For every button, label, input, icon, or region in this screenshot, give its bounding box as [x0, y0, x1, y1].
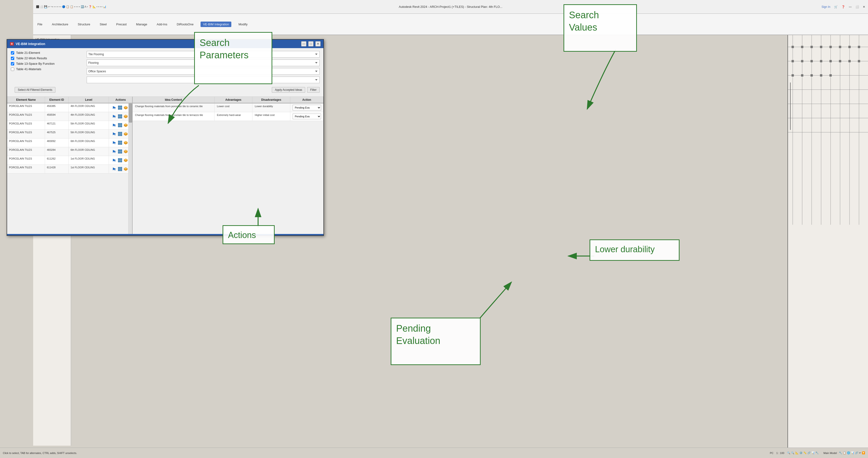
- cube-icon-8[interactable]: [123, 166, 128, 172]
- ve-main-area: Element Name Element ID Level Actions PO…: [7, 96, 323, 234]
- cell-name-3: PORCELAIN TILES: [7, 121, 45, 130]
- svg-rect-67: [118, 150, 120, 151]
- annotation-actions: Actions: [223, 225, 275, 244]
- close-btn[interactable]: ✕: [863, 5, 865, 8]
- tab-file[interactable]: File: [35, 22, 45, 27]
- select-icon-5[interactable]: [112, 140, 117, 145]
- svg-rect-81: [118, 169, 120, 171]
- help-icon: ❓: [841, 5, 845, 8]
- checkbox-table22[interactable]: [11, 57, 14, 60]
- svg-rect-43: [118, 115, 120, 116]
- svg-rect-35: [829, 74, 832, 77]
- annotation-search-values: Search Values: [563, 4, 637, 52]
- ideas-table-row-1: Change flooring materials from porcelain…: [132, 103, 323, 112]
- select-all-button[interactable]: Select All Filtered Elements: [15, 87, 55, 93]
- idea-advantages-2: Extremely hard-wear: [215, 112, 252, 121]
- cell-actions-2: [109, 112, 128, 121]
- dialog-minimize-btn[interactable]: —: [301, 41, 306, 47]
- grid-icon-2[interactable]: [118, 114, 123, 119]
- col-idea-content: Idea Content: [132, 97, 215, 103]
- svg-rect-74: [120, 159, 122, 160]
- revit-icon: R: [10, 42, 14, 46]
- select-icon-8[interactable]: [112, 166, 117, 172]
- grid-icon-8[interactable]: [118, 166, 123, 172]
- cell-level-2: 4th FLOOR CEILING: [69, 112, 109, 121]
- dialog-maximize-btn[interactable]: □: [308, 41, 313, 47]
- col-element-id: Element ID: [45, 97, 69, 103]
- grid-icon-1[interactable]: [118, 105, 123, 110]
- col-disadvantages: Disadvantages: [252, 97, 290, 103]
- cell-id-8: 611428: [45, 165, 69, 173]
- cube-icon-6[interactable]: [123, 149, 128, 154]
- cube-icon-5[interactable]: [123, 140, 128, 145]
- idea-action-cell-1: Pending Eva: [290, 103, 323, 112]
- cell-level-8: 1st FLOOR CEILING: [69, 165, 109, 173]
- checkbox-table13[interactable]: [11, 62, 14, 65]
- checkbox-table41[interactable]: [11, 67, 14, 71]
- cell-level-1: 4th FLOOR CEILING: [69, 103, 109, 112]
- tab-architecture[interactable]: Architecture: [50, 22, 70, 27]
- cube-icon-4[interactable]: [123, 131, 128, 137]
- svg-rect-51: [118, 125, 120, 127]
- revit-titlebar: ⬛ ⬜ 💾 ↩ ↪ • • • • • 🔵 📋 📋 • • • • 🔤 A • …: [33, 0, 868, 14]
- checkbox-label-2: Table 22-Work Results: [16, 56, 47, 60]
- grid-icon-7[interactable]: [118, 158, 123, 163]
- tab-vebim[interactable]: VE-BIM Integration: [200, 22, 231, 27]
- tab-modify[interactable]: Modify: [236, 22, 250, 27]
- annotation-search-parameters: Search Parameters: [194, 32, 272, 84]
- cube-icon-1[interactable]: [123, 105, 128, 110]
- idea-advantages-1: Lower cost: [215, 103, 252, 112]
- svg-rect-61: [118, 141, 120, 142]
- svg-rect-69: [118, 152, 120, 153]
- ideas-table-row-2: Change flooring materials from porcelain…: [132, 112, 323, 121]
- cell-level-3: 5th FLOOR CEILING: [69, 121, 109, 130]
- cube-icon-2[interactable]: [123, 114, 128, 119]
- dialog-close-btn[interactable]: ✕: [315, 41, 320, 47]
- idea-action-select-1[interactable]: Pending Eva: [293, 105, 321, 111]
- table-row: PORCELAIN TILES 611262 1st FLOOR CEILING: [7, 156, 128, 165]
- svg-rect-30: [858, 60, 860, 62]
- cell-actions-3: [109, 121, 128, 130]
- select-icon-2[interactable]: [112, 114, 117, 119]
- ideas-table: Idea Content Advantages Disadvantages Ac…: [132, 97, 323, 234]
- cube-icon-3[interactable]: [123, 122, 128, 128]
- annotation-pending-evaluation: Pending Evaluation: [391, 318, 480, 365]
- elements-scrollbar[interactable]: [128, 103, 132, 234]
- checkbox-row-2: Table 22-Work Results: [11, 56, 87, 60]
- filter-button[interactable]: Filter: [307, 87, 320, 93]
- svg-rect-50: [120, 123, 122, 125]
- tab-addins[interactable]: Add-Ins: [154, 22, 170, 27]
- select-icon-6[interactable]: [112, 149, 117, 154]
- grid-icon-3[interactable]: [118, 122, 123, 128]
- tab-manage[interactable]: Manage: [134, 22, 150, 27]
- restore-btn[interactable]: ⬜: [856, 5, 859, 8]
- cell-actions-1: [109, 103, 128, 112]
- select-icon-1[interactable]: [112, 105, 117, 110]
- cell-name-5: PORCELAIN TILES: [7, 138, 45, 147]
- select-icon-3[interactable]: [112, 122, 117, 128]
- grid-icon-4[interactable]: [118, 131, 123, 137]
- ve-bim-dialog: R VE-BIM Integration — □ ✕ Table 21-Elem…: [7, 39, 324, 236]
- apply-ideas-button[interactable]: Apply Accepted Ideas: [272, 87, 305, 93]
- cube-icon-7[interactable]: [123, 158, 128, 163]
- cell-name-6: PORCELAIN TILES: [7, 147, 45, 156]
- blueprint-svg: [788, 35, 868, 448]
- svg-rect-23: [792, 60, 794, 62]
- svg-rect-25: [810, 60, 813, 62]
- cell-name-1: PORCELAIN TILES: [7, 103, 45, 112]
- status-center: PC 1 : 100 🔍 🔍 📐 ⚙️ 📏 🔗 📊 🔧: [770, 451, 818, 454]
- svg-rect-56: [120, 132, 122, 134]
- grid-icon-6[interactable]: [118, 149, 123, 154]
- tab-steel[interactable]: Steel: [97, 22, 109, 27]
- grid-icon-5[interactable]: [118, 140, 123, 145]
- select-icon-4[interactable]: [112, 131, 117, 137]
- idea-action-select-2[interactable]: Pending Eva: [293, 114, 321, 119]
- sign-in-link[interactable]: Sign In: [822, 5, 830, 8]
- checkbox-table21[interactable]: [11, 51, 14, 55]
- checkbox-label-1: Table 21-Element: [16, 51, 40, 55]
- tab-structure[interactable]: Structure: [75, 22, 93, 27]
- tab-dirootsone[interactable]: DiRootsOne: [175, 22, 196, 27]
- minimize-btn[interactable]: —: [849, 5, 852, 8]
- select-icon-7[interactable]: [112, 158, 117, 163]
- tab-precast[interactable]: Precast: [114, 22, 129, 27]
